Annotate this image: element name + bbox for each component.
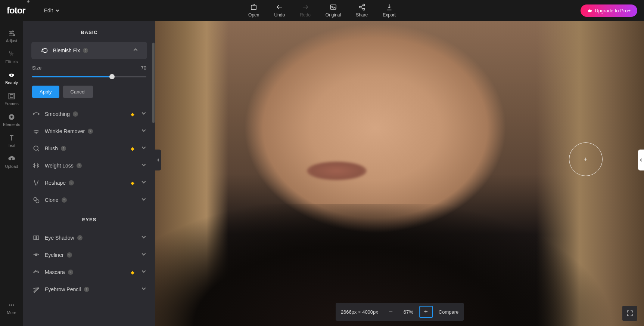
collapse-panel-button[interactable] [155,150,161,170]
help-icon[interactable]: ? [69,180,74,185]
help-icon[interactable]: ? [68,270,73,275]
chevron-down-icon [141,111,146,117]
redo-button[interactable]: Redo [300,3,311,18]
tool-icon [32,285,40,293]
svg-point-28 [35,254,37,255]
fullscreen-button[interactable] [622,306,637,321]
nav-adjust[interactable]: Adjust [0,26,23,47]
svg-point-10 [11,74,12,76]
text-icon [8,134,15,142]
svg-point-21 [38,114,39,115]
nav-more[interactable]: More [0,298,23,319]
nav-label: Adjust [6,39,18,43]
chevron-down-icon [141,162,146,169]
open-label: Open [248,12,259,18]
panel-scrollbar[interactable] [152,43,155,123]
share-button[interactable]: Share [356,3,368,18]
help-icon[interactable]: ? [83,48,88,53]
tool-icon [32,268,40,276]
expand-right-button[interactable] [638,150,644,170]
tool-icon [32,234,40,242]
svg-point-23 [34,146,38,150]
tool-label: Blemish Fix [53,47,80,53]
tool-eyebrow-pencil[interactable]: Eyebrow Pencil? [23,281,155,298]
blemish-body: Size 70 Apply Cancel [23,59,155,101]
undo-label: Undo [274,12,285,18]
tool-weight-loss[interactable]: Weight Loss? [23,157,155,174]
help-icon[interactable]: ? [84,287,89,292]
upgrade-button[interactable]: Upgrade to Pro+ [581,4,637,17]
zoom-out-button[interactable]: − [384,306,398,318]
svg-point-15 [11,304,12,305]
nav-elements[interactable]: Elements [0,110,23,130]
tool-eye-shadow[interactable]: Eye Shadow? [23,229,155,246]
compare-button[interactable]: Compare [439,309,458,315]
svg-rect-1 [330,5,336,9]
export-button[interactable]: Export [383,3,396,18]
help-icon[interactable]: ? [67,252,72,258]
size-value: 70 [141,65,146,71]
nav-label: Text [8,143,15,148]
svg-rect-11 [9,93,15,99]
edit-menu[interactable]: Edit [44,7,60,13]
nav-text[interactable]: Text [0,130,23,151]
svg-point-2 [332,6,333,7]
tool-icon [32,162,40,170]
open-button[interactable]: Open [248,3,259,18]
help-icon[interactable]: ? [77,163,82,168]
tool-blush[interactable]: Blush?◆ [23,140,155,157]
svg-point-22 [36,133,37,133]
tool-label: Eyeliner [45,252,64,258]
adjust-icon [8,30,15,37]
tool-wrinkle-remover[interactable]: Wrinkle Remover? [23,123,155,140]
edit-menu-label: Edit [44,7,53,13]
share-icon [358,3,365,11]
redo-label: Redo [300,12,311,18]
nav-effects[interactable]: Effects [0,47,23,68]
help-icon[interactable]: ? [62,197,67,203]
chevron-left-icon [639,158,643,162]
chevron-down-icon [141,197,146,203]
canvas-area[interactable]: + 2666px × 4000px − 67% + Compare [155,21,644,326]
size-slider[interactable] [32,76,146,77]
elements-icon [8,113,15,121]
help-icon[interactable]: ? [73,111,78,117]
nav-frames[interactable]: Frames [0,89,23,110]
help-icon[interactable]: ? [61,146,66,151]
tool-label: Smoothing [45,111,70,117]
tool-icon [32,144,40,153]
dimensions-label: 2666px × 4000px [341,309,378,315]
tool-icon [32,127,40,135]
frames-icon [8,92,15,100]
tool-clone[interactable]: Clone? [23,191,155,209]
top-actions: Open Undo Redo Original Share Export [248,3,396,18]
premium-icon: ◆ [131,270,134,275]
tool-blemish-fix[interactable]: Blemish Fix ? [31,42,147,59]
help-icon[interactable]: ? [77,235,83,240]
original-button[interactable]: Original [326,3,341,18]
export-label: Export [383,12,396,18]
section-header-basic: BASIC [23,21,155,42]
undo-icon [276,3,283,11]
chevron-down-icon [141,128,146,135]
export-icon [386,3,393,11]
svg-point-7 [10,33,12,34]
tool-label: Wrinkle Remover [45,128,85,134]
tool-eyeliner[interactable]: Eyeliner? [23,246,155,264]
chevron-down-icon [141,145,146,152]
tool-reshape[interactable]: Reshape?◆ [23,174,155,191]
tool-smoothing[interactable]: Smoothing?◆ [23,105,155,123]
tool-label: Weight Loss [45,163,74,169]
nav-beauty[interactable]: Beauty [0,68,23,89]
undo-button[interactable]: Undo [274,3,285,18]
tool-mascara[interactable]: Mascara?◆ [23,264,155,281]
apply-button[interactable]: Apply [32,86,59,98]
slider-thumb[interactable] [109,74,115,79]
nav-label: Elements [3,122,20,127]
cancel-button[interactable]: Cancel [63,86,93,98]
nav-upload[interactable]: Upload [0,151,23,172]
tool-icon [32,179,40,187]
fullscreen-icon [626,310,633,317]
zoom-in-button[interactable]: + [419,306,433,318]
help-icon[interactable]: ? [88,129,93,134]
